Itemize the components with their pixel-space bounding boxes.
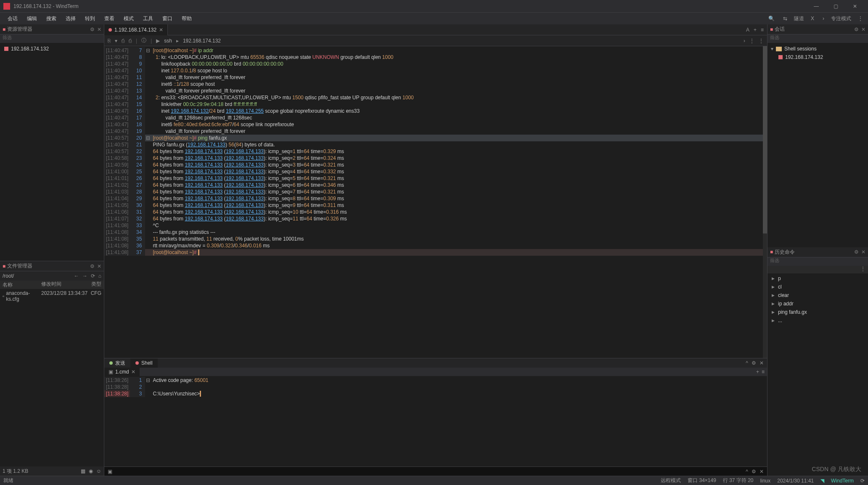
panel-close-icon[interactable]: ✕ (97, 27, 101, 32)
menu-模式[interactable]: 模式 (119, 13, 138, 24)
col-name[interactable]: 名称 (3, 281, 41, 289)
col-date[interactable]: 修改时间 (41, 281, 90, 289)
panel-close-icon[interactable]: ✕ (861, 27, 865, 32)
search-icon[interactable]: 🔍 (767, 15, 776, 22)
tab-send[interactable]: 发送 (104, 358, 130, 368)
terminal-output[interactable]: [11:40:47]7⊟[root@localhost ~]# ip addr[… (104, 46, 767, 358)
breadcrumb-sep-icon: ▸ (176, 38, 179, 44)
col-type[interactable]: 类型 (90, 281, 101, 289)
shell-subtab[interactable]: ▣ 1.cmd ✕ (104, 368, 140, 376)
terminal-tab[interactable]: 1.192.168.174.132 ✕ (104, 24, 168, 35)
panel-settings-icon[interactable]: ⚙ (90, 27, 95, 32)
menu-查看[interactable]: 查看 (100, 13, 119, 24)
menubar: 会话编辑搜索选择转到查看模式工具窗口帮助 🔍 ⇆ 隧道 X › 专注模式 ⋮ (0, 13, 868, 24)
history-item[interactable]: ▶cl (767, 283, 868, 291)
focus-mode-button[interactable]: 专注模式 (831, 15, 851, 22)
doc-icon[interactable]: ⎙ (122, 38, 124, 44)
menu-帮助[interactable]: 帮助 (177, 13, 196, 24)
timestamp: [11:41:05] (104, 202, 130, 209)
refresh-icon[interactable]: ⟳ (91, 273, 95, 279)
sessions-filter[interactable]: 筛选 (767, 34, 868, 43)
history-item[interactable]: ▶clear (767, 291, 868, 299)
menu-会话[interactable]: 会话 (3, 13, 22, 24)
app-icon (3, 3, 10, 10)
menu-工具[interactable]: 工具 (139, 13, 157, 24)
line-number: 21 (130, 141, 145, 148)
pin-icon[interactable]: ◉ (89, 468, 93, 474)
footer-icon[interactable]: ▣ (108, 469, 112, 474)
tunnel-icon[interactable]: ⇆ (781, 15, 789, 22)
subtab-close-icon[interactable]: ✕ (131, 369, 135, 375)
explorer-filter[interactable]: 筛选 (0, 34, 104, 43)
menu-搜索[interactable]: 搜索 (42, 13, 61, 24)
menu-编辑[interactable]: 编辑 (23, 13, 41, 24)
history-item[interactable]: ▶... (767, 316, 868, 325)
history-item[interactable]: ▶p (767, 274, 868, 283)
tab-shell[interactable]: Shell (130, 358, 158, 368)
scrollbar[interactable] (763, 46, 767, 358)
close-icon[interactable]: ✕ (760, 360, 764, 366)
info-icon[interactable]: ⓘ (141, 37, 146, 44)
x-button[interactable]: X (809, 15, 816, 22)
maximize-button[interactable]: ▢ (826, 0, 845, 13)
doc2-icon[interactable]: ⎙ (129, 38, 132, 44)
tab-menu-icon[interactable]: ≡ (761, 27, 764, 33)
minimize-button[interactable]: — (807, 0, 826, 13)
footer-collapse-icon[interactable]: ^ (746, 469, 748, 474)
panel-settings-icon[interactable]: ⚙ (854, 27, 859, 32)
user-icon[interactable]: ☺ (96, 468, 101, 474)
explorer-session-item[interactable]: 192.168.174.132 (3, 45, 101, 53)
menu-icon[interactable]: ⋮ (759, 38, 764, 44)
list-icon[interactable]: ≡ (762, 369, 765, 375)
panel-settings-icon[interactable]: ⚙ (854, 249, 859, 255)
paste-icon[interactable]: ▾ (115, 38, 117, 44)
menu-转到[interactable]: 转到 (81, 13, 99, 24)
session-bullet-icon (4, 47, 8, 51)
history-filter[interactable]: 筛选 (767, 257, 868, 266)
font-icon[interactable]: A (746, 27, 749, 33)
add-tab-icon[interactable]: + (754, 27, 757, 33)
more-icon[interactable]: ⋮ (749, 38, 754, 44)
panel-close-icon[interactable]: ✕ (861, 249, 865, 255)
terminal-line: 64 bytes from 192.168.174.133 (192.168.1… (151, 148, 767, 155)
settings-icon[interactable]: ⚙ (752, 360, 756, 366)
play-icon[interactable]: ▶ (156, 38, 160, 44)
history-menu[interactable]: ⋮ (767, 266, 868, 273)
tunnel-label[interactable]: 隧道 (794, 15, 804, 22)
collapse-icon[interactable]: ^ (746, 360, 748, 366)
tab-close-icon[interactable]: ✕ (159, 27, 163, 33)
close-button[interactable]: ✕ (845, 0, 865, 13)
history-item[interactable]: ▶ip addr (767, 299, 868, 308)
play-icon: ▶ (772, 310, 775, 314)
more-icon[interactable]: ⋮ (856, 15, 865, 22)
fold-icon[interactable]: ⊟ (145, 135, 151, 141)
fold-icon[interactable]: ⊟ (145, 47, 151, 54)
focus-icon[interactable]: › (821, 15, 826, 22)
history-item[interactable]: ▶ping fanfu.gx (767, 308, 868, 316)
play-icon: ▶ (772, 285, 775, 289)
terminal-line: [root@localhost ~]# ping fanfu.gx (151, 135, 767, 141)
footer-settings-icon[interactable]: ⚙ (752, 469, 756, 474)
home-icon[interactable]: ⌂ (98, 273, 101, 279)
shell-line (151, 384, 767, 390)
file-row[interactable]: ▫anaconda-ks.cfg 2023/12/28 13:34:37 CFG (0, 289, 104, 303)
session-item[interactable]: 192.168.174.132 (770, 53, 865, 61)
expand-icon[interactable]: › (744, 38, 745, 44)
scroll-thumb[interactable] (763, 46, 767, 233)
panel-close-icon[interactable]: ✕ (97, 263, 101, 269)
sessions-folder[interactable]: ▾ Shell sessions (770, 45, 865, 53)
menu-选择[interactable]: 选择 (61, 13, 80, 24)
copy-icon[interactable]: ⎘ (108, 38, 111, 44)
timestamp: [11:40:59] (104, 162, 130, 168)
fold-icon (145, 168, 151, 175)
forward-icon[interactable]: → (82, 273, 87, 279)
current-path[interactable]: /root/ (3, 273, 14, 279)
view-icon[interactable]: ▦ (81, 468, 85, 474)
timestamp: [11:40:47] (104, 54, 130, 61)
back-icon[interactable]: ← (74, 273, 79, 279)
footer-close-icon[interactable]: ✕ (760, 469, 764, 474)
add-icon[interactable]: + (756, 369, 759, 375)
panel-settings-icon[interactable]: ⚙ (90, 263, 95, 269)
menu-窗口[interactable]: 窗口 (158, 13, 177, 24)
shell-output[interactable]: [11:38:26]1⊟Active code page: 65001[11:3… (104, 376, 767, 466)
